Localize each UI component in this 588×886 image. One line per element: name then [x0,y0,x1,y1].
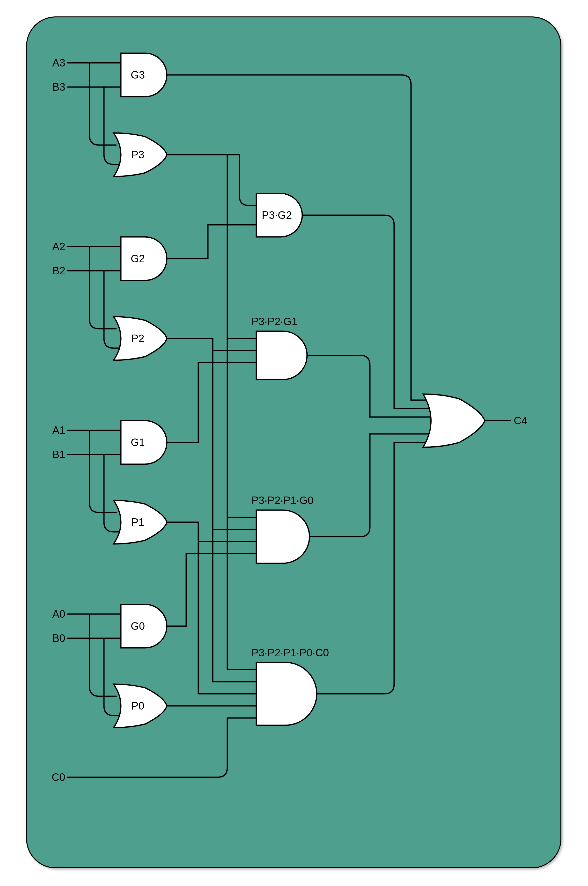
label-b2: B2 [52,265,65,277]
svg-text:P0: P0 [131,700,144,712]
svg-text:P3: P3 [131,149,144,160]
label-a3: A3 [52,57,65,69]
svg-text:P3·G2: P3·G2 [262,209,292,221]
label-a0: A0 [52,608,65,620]
svg-text:G3: G3 [131,69,145,81]
gate-g0: G0 [121,604,167,648]
gate-g2: G2 [121,237,167,280]
label-c4: C4 [514,415,527,426]
carry-lookahead-diagram: A3 B3 G3 P3 A2 B2 G2 P2 A1 B1 [0,0,588,886]
svg-text:P2: P2 [131,333,144,344]
label-c0: C0 [52,771,65,783]
gate-p3g2: P3·G2 [256,193,302,237]
label-b1: B1 [52,448,65,460]
svg-text:P3·P2·P1·P0·C0: P3·P2·P1·P0·C0 [252,647,329,658]
label-a1: A1 [52,424,65,436]
label-b0: B0 [52,632,65,644]
svg-text:P3·P2·G1: P3·P2·G1 [252,315,298,327]
svg-text:G2: G2 [131,253,145,264]
label-a2: A2 [52,241,65,252]
svg-text:P3·P2·P1·G0: P3·P2·P1·G0 [252,495,314,506]
svg-text:G0: G0 [131,620,145,632]
gate-p3p2p1g0: P3·P2·P1·G0 [252,495,314,563]
gate-g1: G1 [121,421,167,464]
svg-text:G1: G1 [131,436,145,448]
gate-g3: G3 [121,53,167,97]
svg-text:P1: P1 [131,516,144,528]
label-b3: B3 [52,81,65,93]
